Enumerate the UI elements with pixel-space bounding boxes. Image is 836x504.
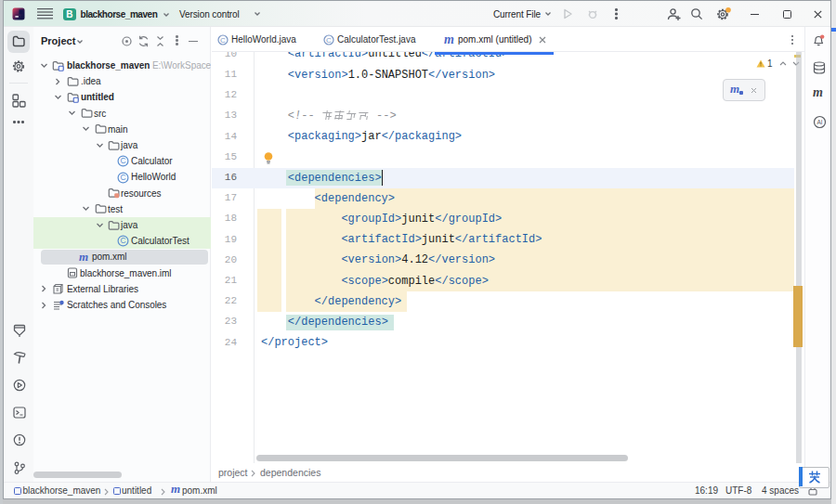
svg-text:C: C <box>120 157 125 166</box>
svg-text:C: C <box>120 173 125 182</box>
svg-text:AI: AI <box>816 119 822 125</box>
svg-text:C: C <box>220 36 226 45</box>
svg-text:C: C <box>120 237 125 246</box>
svg-text:C: C <box>326 36 332 45</box>
